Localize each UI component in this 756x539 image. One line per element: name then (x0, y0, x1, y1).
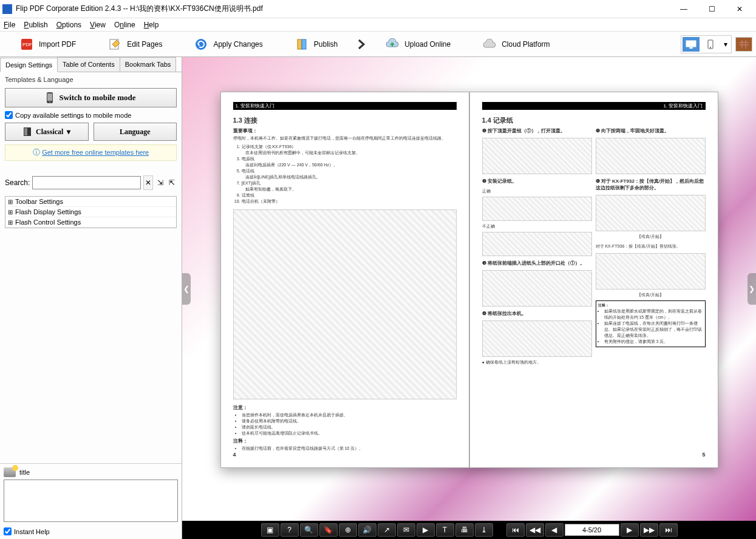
edit-pages-icon (107, 37, 122, 52)
bb-print-button[interactable]: 🖶 (455, 523, 474, 537)
menu-online[interactable]: Online (114, 21, 135, 29)
classical-label: Classical (36, 127, 63, 137)
templates-label: Templates & Language (5, 76, 177, 83)
svg-rect-6 (686, 41, 696, 47)
step-1: ❶ 按下顶盖开盖钮（①），打开顶盖。 (482, 127, 592, 134)
instant-help-input[interactable] (4, 527, 12, 535)
menu-view[interactable]: View (90, 21, 106, 29)
left-sub-2: 连接到电源插座（220 V — 240 V，50/60 Hz）。 (245, 162, 457, 168)
copy-settings-checkbox[interactable]: Copy available settings to mobile mode (5, 111, 177, 119)
notebox-title: 注释： (598, 303, 609, 307)
bb-last-button[interactable]: ⏭ (659, 523, 678, 537)
prev-page-handle[interactable]: ❮ (182, 273, 191, 305)
bb-forward-button[interactable]: ▶ (621, 523, 639, 537)
edit-pages-button[interactable]: Edit Pages (99, 35, 171, 54)
tab-design-settings[interactable]: Design Settings (0, 58, 58, 72)
clear-search-button[interactable]: ✕ (143, 175, 153, 190)
language-button[interactable]: Language (94, 123, 177, 141)
page-left-header: 1. 安装和快速入门 (233, 102, 457, 110)
bb-text-button[interactable]: T (436, 523, 454, 537)
bb-autoplay-button[interactable]: ▶ (417, 523, 435, 537)
sidebar: Design Settings Table of Contents Bookma… (0, 57, 182, 539)
book-icon (22, 126, 32, 137)
cloud-icon (482, 37, 497, 52)
upload-online-button[interactable]: Upload Online (376, 35, 459, 54)
bb-bookmark-button[interactable]: 🔖 (319, 523, 338, 537)
bb-next-button[interactable]: ▶▶ (640, 523, 658, 537)
collapse-tree-button[interactable]: ⇱ (168, 175, 177, 190)
switch-mobile-label: Switch to mobile mode (59, 93, 135, 103)
tree-toolbar-settings[interactable]: Toolbar Settings (5, 197, 176, 207)
import-pdf-button[interactable]: PDF Import PDF (11, 35, 84, 54)
property-textarea[interactable] (4, 480, 178, 522)
toolbar: PDF Import PDF Edit Pages Apply Changes … (0, 32, 756, 57)
bb-fullscreen-button[interactable]: ▣ (261, 523, 279, 537)
tab-toc[interactable]: Table of Contents (57, 57, 120, 72)
search-label: Search: (5, 178, 30, 187)
svg-rect-5 (302, 39, 306, 49)
page-left-title: 1.3 连接 (233, 116, 457, 125)
upload-online-label: Upload Online (404, 40, 451, 49)
next-page-handle[interactable]: ❯ (747, 273, 756, 305)
menu-publish[interactable]: Publish (24, 21, 47, 29)
page-left-note-title: 注释： (233, 438, 457, 444)
bb-sound-button[interactable]: 🔊 (358, 523, 376, 537)
titlebar: Flip PDF Corporate Edition 2.4.3 -- H:\我… (0, 0, 756, 18)
templates-panel: Templates & Language Switch to mobile mo… (0, 72, 182, 232)
preview-canvas: ❮ ❯ 1. 安装和快速入门 1.3 连接 重要事项： 停电时，本机将不工作。如… (182, 57, 756, 521)
left-sub-3: 连接到[LINE]插孔和单线电话线路插孔。 (245, 174, 457, 180)
bb-back-button[interactable]: ◀ (545, 523, 564, 537)
caution-3: 请勿延长电话线。 (242, 424, 457, 430)
instant-help-checkbox[interactable]: Instant Help (4, 527, 178, 535)
expand-tree-button[interactable]: ⇲ (155, 175, 165, 190)
caution-1: 当您操作本机时，应使电源插座靠近本机并且易于插接。 (242, 412, 457, 418)
bb-email-button[interactable]: ✉ (397, 523, 415, 537)
cloud-platform-button[interactable]: Cloud Platform (474, 35, 558, 54)
chevron-down-icon: ▾ (67, 127, 70, 137)
bb-help-button[interactable]: ? (281, 523, 299, 537)
close-button[interactable]: ✕ (726, 1, 754, 18)
more-templates-row: ⓘ Get more free online templates here (5, 144, 177, 161)
grid-view-button[interactable] (735, 37, 752, 52)
step-3: ❸ 将纸张前端插入进纸头上部的开口处（①）。 (482, 260, 592, 266)
property-panel: title Instant Help (0, 463, 182, 539)
bb-download-button[interactable]: ⤓ (475, 523, 493, 537)
publish-button[interactable]: Publish (286, 35, 346, 54)
desktop-view-button[interactable] (683, 37, 700, 52)
page-left-item-list: 记录纸支架（仅 KX-FT936） 在本使用说明书的所有图解中，可能未全部标出记… (242, 144, 457, 205)
tree-flash-display-settings[interactable]: Flash Display Settings (5, 207, 176, 217)
maximize-button[interactable]: ☐ (698, 1, 726, 18)
tab-bookmark[interactable]: Bookmark Tabs (120, 57, 177, 72)
search-input[interactable] (32, 176, 141, 189)
right-img-2b (482, 232, 592, 256)
bb-first-button[interactable]: ⏮ (506, 523, 525, 537)
svg-rect-7 (689, 47, 693, 49)
cloud-platform-label: Cloud Platform (502, 40, 550, 49)
menu-options[interactable]: Options (56, 21, 81, 29)
svg-point-17 (49, 101, 50, 103)
svg-rect-16 (47, 93, 52, 101)
left-note: 在能拨打电话前，也许需要设定电话线路拨号方式（第 10 页）。 (242, 446, 457, 452)
menu-help[interactable]: Help (144, 21, 159, 29)
caution-4: 使本机尽可能地远离增强防止记录纸卡纸。 (242, 430, 457, 436)
bb-prev-button[interactable]: ◀◀ (526, 523, 544, 537)
flipbook[interactable]: 1. 安装和快速入门 1.3 连接 重要事项： 停电时，本机将不工作。如要在紧急… (220, 92, 718, 468)
page-left-important-text: 停电时，本机将不工作。如要在紧急情况下拨打电话，您应将一台能在停电期间正常工作的… (233, 135, 457, 141)
bb-share-button[interactable]: ↗ (378, 523, 396, 537)
bb-page-indicator[interactable]: 4-5/20 (565, 524, 619, 536)
switch-mobile-button[interactable]: Switch to mobile mode (5, 88, 177, 107)
copy-settings-input[interactable] (5, 111, 13, 119)
menu-file[interactable]: File (4, 21, 15, 29)
dropdown-arrow-button[interactable]: ▾ (721, 37, 730, 52)
mobile-view-button[interactable] (702, 37, 719, 52)
step-5: ❺ 向下按两端，牢固地关好顶盖。 (596, 127, 706, 134)
tree-flash-control-settings[interactable]: Flash Control Settings (5, 217, 176, 228)
apply-changes-button[interactable]: Apply Changes (185, 35, 271, 54)
minimize-button[interactable]: — (670, 1, 698, 18)
bb-search-button[interactable]: 🔍 (300, 523, 318, 537)
bb-zoom-button[interactable]: ⊕ (339, 523, 357, 537)
note-box: 注释： 如果纸张是用胶水或胶带固定的，则在安装之前从卷纸的开始处剪去约 15 厘… (596, 300, 706, 347)
page-left-num: 4 (233, 452, 457, 458)
classical-button[interactable]: Classical ▾ (5, 123, 89, 141)
more-templates-link[interactable]: Get more free online templates here (42, 149, 149, 156)
